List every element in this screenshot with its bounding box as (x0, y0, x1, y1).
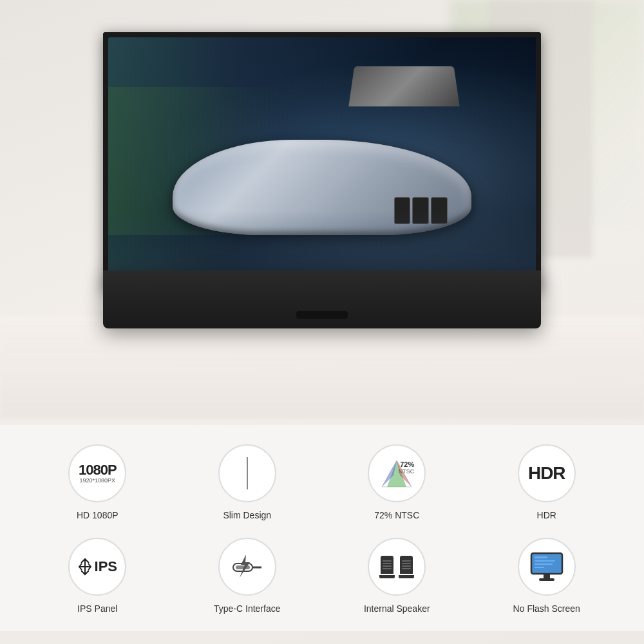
feature-icon-hdr: HDR (518, 444, 576, 502)
svg-rect-14 (535, 567, 544, 568)
feature-icon-speaker (368, 538, 426, 596)
feature-ips: IPS IPS Panel (26, 538, 169, 618)
features-section: 1080P 1920*1080PX HD 1080P Slim Design (0, 425, 644, 631)
feature-typec: Type-C Interface (176, 538, 319, 618)
svg-rect-12 (535, 560, 555, 562)
svg-rect-16 (539, 578, 554, 581)
icon-ips: IPS (78, 558, 117, 576)
feature-label-ntsc: 72% NTSC (374, 510, 419, 520)
feature-no-flash: No Flash Screen (475, 538, 619, 618)
speaker-unit-2 (399, 556, 414, 578)
monitor-screen (108, 37, 536, 285)
speaker-base-2 (399, 575, 414, 578)
speaker-unit-1 (379, 556, 395, 578)
speaker-grill-1 (381, 556, 393, 574)
icon-slim (247, 457, 248, 489)
car-wing (349, 66, 460, 107)
monitor-case-bottom (103, 270, 541, 328)
feature-slim-design: Slim Design (176, 444, 319, 525)
icon-ntsc: 72% NTSC (381, 459, 413, 488)
svg-rect-7 (236, 565, 250, 569)
feature-icon-hd-1080p: 1080P 1920*1080PX (68, 444, 126, 502)
icon-noflash (528, 550, 565, 583)
feature-label-typec: Type-C Interface (214, 603, 281, 614)
background-desk (0, 316, 644, 419)
monitor-section (90, 32, 554, 328)
ntsc-unit: NTSC (399, 468, 415, 475)
svg-rect-13 (535, 564, 553, 565)
feature-icon-ntsc: 72% NTSC (368, 444, 426, 502)
monitor-bezel (103, 32, 541, 290)
feature-icon-slim (218, 444, 276, 502)
icon-1080p-sub: 1920*1080PX (79, 478, 117, 484)
feature-label-speaker: Internal Speaker (364, 603, 430, 614)
feature-hd-1080p: 1080P 1920*1080PX HD 1080P (26, 444, 169, 525)
feature-label-slim: Slim Design (223, 510, 271, 520)
feature-icon-ips: IPS (68, 538, 126, 596)
noflash-icon-svg (528, 550, 565, 583)
feature-icon-noflash (518, 538, 576, 596)
feature-icon-typec (218, 538, 276, 596)
feature-hdr: HDR HDR (475, 444, 619, 525)
feature-speaker: Internal Speaker (325, 538, 469, 618)
svg-rect-11 (535, 556, 547, 558)
icon-hdr: HDR (528, 463, 565, 484)
ntsc-percent: 72% (399, 460, 415, 468)
ips-arrows-icon (78, 558, 92, 576)
ntsc-text-group: 72% NTSC (399, 460, 415, 475)
svg-rect-15 (544, 574, 550, 578)
icon-1080p-main: 1080P (79, 462, 117, 478)
monitor-wrapper (103, 32, 541, 328)
feature-ntsc: 72% NTSC 72% NTSC (325, 444, 469, 525)
feature-label-ips: IPS Panel (77, 603, 117, 614)
ips-text: IPS (95, 558, 117, 575)
speaker-grill-2 (400, 556, 413, 574)
feature-label-hd-1080p: HD 1080P (77, 510, 118, 520)
feature-label-hdr: HDR (537, 510, 556, 520)
typec-icon-svg (228, 551, 267, 583)
car-image (108, 37, 536, 285)
feature-label-noflash: No Flash Screen (513, 603, 580, 614)
speaker-base-1 (379, 575, 395, 578)
features-grid: 1080P 1920*1080PX HD 1080P Slim Design (26, 444, 618, 618)
slim-line (247, 457, 248, 489)
icon-1080p: 1080P 1920*1080PX (79, 462, 117, 484)
icon-speaker (379, 556, 414, 578)
